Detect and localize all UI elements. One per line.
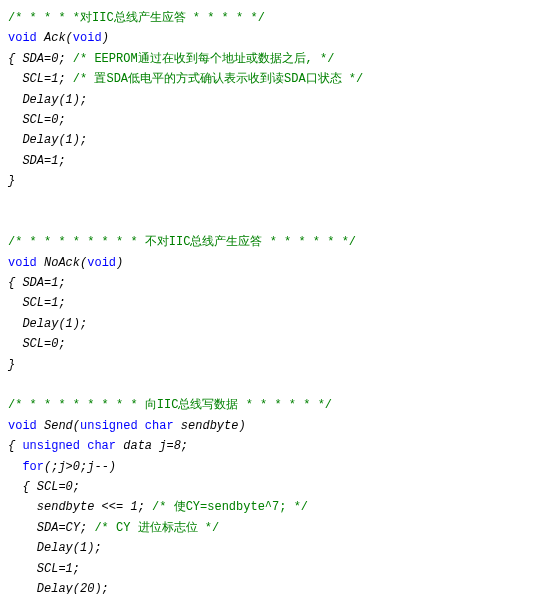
code-line <box>8 375 527 395</box>
code-line: /* * * * *对IIC总线产生应答 * * * * */ <box>8 8 527 28</box>
code-line: SCL=1; /* 置SDA低电平的方式确认表示收到读SDA口状态 */ <box>8 69 527 89</box>
code-line: /* * * * * * * * * 不对IIC总线产生应答 * * * * *… <box>8 232 527 252</box>
code-line: sendbyte <<= 1; /* 使CY=sendbyte^7; */ <box>8 497 527 517</box>
code-line: Delay(20); <box>8 579 527 594</box>
code-line: void Ack(void) <box>8 28 527 48</box>
code-line: SDA=1; <box>8 151 527 171</box>
code-line: } <box>8 171 527 191</box>
code-line: SCL=1; <box>8 293 527 313</box>
code-line: SDA=CY; /* CY 进位标志位 */ <box>8 518 527 538</box>
code-line: { SDA=1; <box>8 273 527 293</box>
code-block: /* * * * *对IIC总线产生应答 * * * * */void Ack(… <box>8 8 527 594</box>
code-line: { SCL=0; <box>8 477 527 497</box>
code-line: Delay(1); <box>8 538 527 558</box>
code-line: Delay(1); <box>8 314 527 334</box>
code-line: Delay(1); <box>8 90 527 110</box>
code-line: SCL=0; <box>8 334 527 354</box>
code-line: } <box>8 355 527 375</box>
code-line: for(;j>0;j--) <box>8 457 527 477</box>
code-line: void Send(unsigned char sendbyte) <box>8 416 527 436</box>
code-line: void NoAck(void) <box>8 253 527 273</box>
code-line: { unsigned char data j=8; <box>8 436 527 456</box>
code-line: /* * * * * * * * * 向IIC总线写数据 * * * * * *… <box>8 395 527 415</box>
code-line <box>8 212 527 232</box>
code-line: SCL=1; <box>8 559 527 579</box>
code-line <box>8 192 527 212</box>
code-line: { SDA=0; /* EEPROM通过在收到每个地址或数据之后, */ <box>8 49 527 69</box>
code-line: Delay(1); <box>8 130 527 150</box>
code-line: SCL=0; <box>8 110 527 130</box>
